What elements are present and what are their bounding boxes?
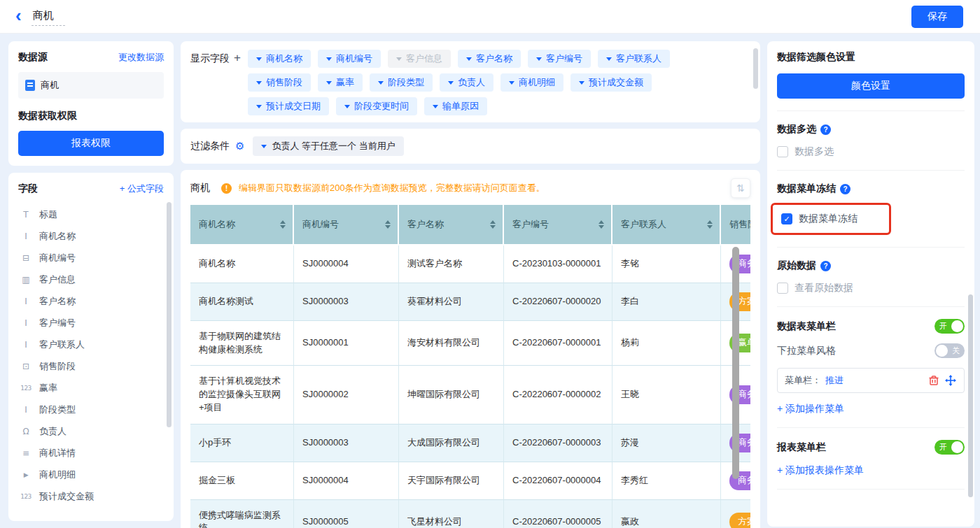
table-row[interactable]: 商机名称测试 SJ0000003 葵霍材料公司 C-20220607-00000…	[190, 283, 750, 321]
filter-condition-chip[interactable]: 负责人 等于任意一个 当前用户	[253, 136, 403, 156]
display-field-chip[interactable]: 客户名称	[458, 50, 521, 68]
help-icon[interactable]: ?	[820, 261, 831, 271]
field-type-icon: Ω	[18, 427, 34, 436]
chevron-down-icon	[579, 81, 584, 87]
chevron-down-icon	[256, 57, 262, 64]
field-item[interactable]: T 标题	[18, 204, 164, 225]
move-icon[interactable]	[944, 374, 957, 387]
field-type-icon: I	[18, 340, 34, 350]
table-row[interactable]: 小p手环 SJ0000003 大成国际有限公司 C-20220607-00000…	[190, 424, 750, 462]
field-item[interactable]: ▦ 预计成交日期	[18, 507, 164, 511]
table-row[interactable]: 掘金三板 SJ0000004 天宇国际有限公司 C-20220607-00000…	[190, 462, 750, 500]
color-setting-button[interactable]: 颜色设置	[777, 73, 965, 99]
save-button[interactable]: 保存	[911, 6, 963, 28]
field-item[interactable]: I 商机名称	[18, 225, 164, 247]
field-type-icon: ⊟	[18, 253, 34, 263]
sort-icon[interactable]	[707, 217, 713, 231]
checkbox-unchecked[interactable]	[777, 283, 788, 294]
column-header[interactable]: 商机编号	[294, 205, 399, 244]
field-item[interactable]: ⊡ 销售阶段	[18, 355, 164, 377]
display-field-chip[interactable]: 商机明细	[500, 73, 564, 92]
column-header[interactable]: 销售阶段	[721, 205, 750, 244]
table-row[interactable]: 商机名称 SJ0000004 测试客户名称 C-20230103-0000001…	[190, 245, 750, 283]
field-label: 销售阶段	[39, 360, 76, 373]
gear-icon[interactable]: ⚙	[235, 140, 244, 152]
display-field-chip[interactable]: 负责人	[440, 73, 493, 92]
permission-heading: 数据获取权限	[18, 110, 164, 122]
column-header[interactable]: 客户编号	[504, 205, 612, 244]
datasource-item[interactable]: 商机	[18, 72, 164, 99]
table-row[interactable]: 基于计算机视觉技术的监控摄像头互联网+项目 SJ0000002 坤曜国际有限公司…	[190, 366, 750, 424]
display-field-chip[interactable]: 阶段变更时间	[336, 97, 417, 115]
checkbox-checked[interactable]: ✓	[781, 213, 792, 224]
field-item[interactable]: ▶ 商机明细	[18, 464, 164, 485]
add-action-menu-link[interactable]: + 添加操作菜单	[777, 403, 844, 415]
display-field-chip[interactable]: 客户联系人	[598, 50, 670, 68]
cell-customer-no: C-20220607-0000003	[504, 424, 612, 462]
display-field-chip[interactable]: 输单原因	[424, 97, 487, 115]
chips-scrollbar[interactable]	[753, 48, 758, 89]
field-item[interactable]: I 客户编号	[18, 312, 164, 334]
add-formula-field-link[interactable]: + 公式字段	[120, 183, 164, 195]
add-display-field-button[interactable]: +	[234, 51, 241, 65]
field-item[interactable]: I 客户联系人	[18, 334, 164, 355]
column-header-label: 商机编号	[302, 218, 339, 231]
field-item[interactable]: 123 预计成交金额	[18, 485, 164, 507]
table-menu-toggle[interactable]: 开	[934, 319, 965, 334]
field-item[interactable]: ▥ 客户信息	[18, 269, 164, 290]
field-item[interactable]: Ω 负责人	[18, 420, 164, 442]
table-body: 商机名称 SJ0000004 测试客户名称 C-20230103-0000001…	[190, 245, 750, 528]
sort-icon[interactable]	[385, 217, 391, 231]
raw-data-checkbox-row[interactable]: 查看原始数据	[777, 282, 965, 294]
multi-select-checkbox-row[interactable]: 数据多选	[777, 145, 965, 158]
cell-customer-name: 飞星材料公司	[399, 500, 504, 528]
divider	[777, 170, 965, 171]
display-field-chip[interactable]: 商机名称	[248, 50, 311, 68]
chip-label: 输单原因	[442, 100, 479, 113]
sort-icon[interactable]	[280, 217, 286, 231]
vertical-scrollbar[interactable]	[732, 247, 739, 479]
column-header[interactable]: 客户联系人	[612, 205, 721, 244]
display-fields-card: 显示字段 + 商机名称 商机编号	[181, 41, 760, 122]
display-field-chip[interactable]: 预计成交日期	[248, 97, 329, 115]
display-field-chip[interactable]: 阶段类型	[370, 73, 433, 92]
change-datasource-link[interactable]: 更改数据源	[118, 51, 164, 64]
column-header[interactable]: 商机名称	[190, 205, 294, 244]
column-header[interactable]: 客户名称	[399, 205, 504, 244]
sort-icon[interactable]	[598, 217, 604, 231]
menu-freeze-checkbox-row[interactable]: ✓ 数据菜单冻结	[781, 213, 881, 225]
table-row[interactable]: 便携式哮喘病监测系统 SJ0000005 飞星材料公司 C-20220607-0…	[190, 500, 750, 528]
right-panel-scrollbar[interactable]	[968, 294, 973, 497]
table-row[interactable]: 基于物联网的建筑结构健康检测系统 SJ0000001 海安材料有限公司 C-20…	[190, 321, 750, 366]
page-title[interactable]: 商机	[31, 8, 65, 26]
back-button[interactable]: ‹	[15, 8, 22, 22]
field-item[interactable]: I 阶段类型	[18, 399, 164, 420]
help-icon[interactable]: ?	[840, 184, 850, 194]
fields-scrollbar[interactable]	[167, 202, 172, 427]
sort-order-button[interactable]: ⇅	[731, 178, 750, 198]
datasource-card: 数据源 更改数据源 商机 数据获取权限 报表权限	[8, 41, 174, 166]
help-icon[interactable]: ?	[820, 124, 831, 135]
display-field-chip[interactable]: 赢率	[318, 73, 363, 92]
field-item[interactable]: ⊟ 商机编号	[18, 247, 164, 269]
menu-item-value[interactable]: 推进	[825, 374, 923, 387]
add-report-action-menu-link[interactable]: + 添加报表操作菜单	[777, 464, 864, 477]
sort-icon[interactable]	[490, 217, 496, 231]
display-field-chip[interactable]: 商机编号	[318, 50, 381, 68]
display-field-chip[interactable]: 销售阶段	[248, 73, 311, 92]
field-type-icon: 123	[18, 385, 34, 392]
chip-label: 客户联系人	[616, 52, 662, 65]
display-field-chip[interactable]: 预计成交金额	[570, 73, 652, 92]
checkbox-unchecked[interactable]	[777, 146, 788, 157]
fields-card: 字段 + 公式字段 T 标题 I 商机名称 ⊟	[8, 173, 174, 521]
report-menu-toggle[interactable]: 开	[934, 440, 965, 455]
cell-opportunity-no: SJ0000002	[294, 366, 399, 424]
dropdown-style-toggle[interactable]: 关	[934, 343, 965, 358]
report-permission-button[interactable]: 报表权限	[18, 131, 164, 156]
display-field-chip[interactable]: 客户信息	[388, 50, 451, 68]
field-item[interactable]: 123 赢率	[18, 377, 164, 399]
display-field-chip[interactable]: 客户编号	[528, 50, 591, 68]
field-item[interactable]: I 客户名称	[18, 290, 164, 312]
field-item[interactable]: ≡ 商机详情	[18, 442, 164, 464]
trash-icon[interactable]	[927, 374, 940, 387]
